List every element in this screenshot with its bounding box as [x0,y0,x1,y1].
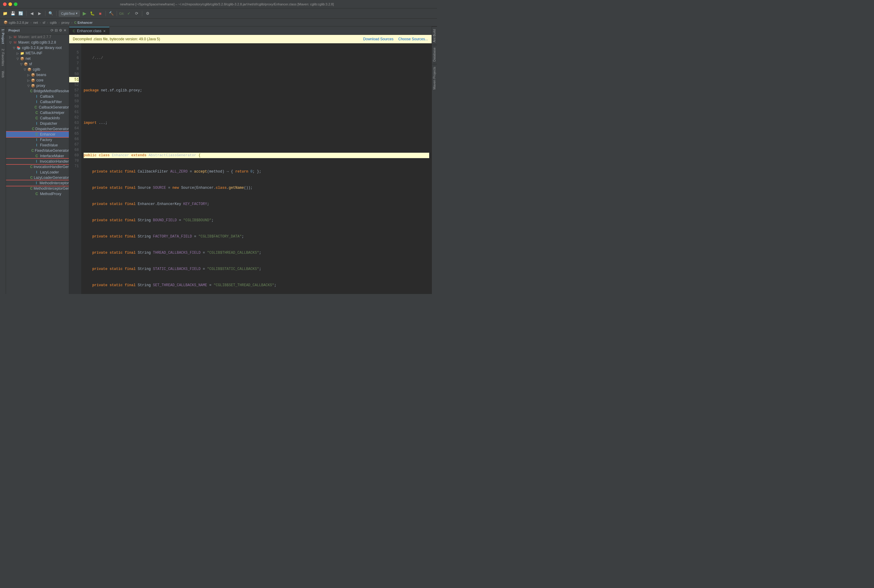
code-line: public class Enhancer extends AbstractCl… [84,153,429,158]
favorites-panel-tab[interactable]: 2: Favorites [1,46,5,68]
project-panel-tab[interactable]: 1: Project [1,27,5,46]
tree-item-ant[interactable]: ▷ M Maven: ant:ant:2.7.7 [6,34,69,40]
package-icon: 📦 [31,83,36,88]
close-button[interactable] [3,2,7,6]
tree-item-proxy[interactable]: ▽ 📦 proxy [6,83,69,88]
nav-jar[interactable]: 📦 cglib-3.2.8.jar [2,21,30,24]
code-line: import ...; [84,120,429,126]
tree-item-net[interactable]: ▽ 📦 net [6,56,69,62]
back-icon[interactable]: ◀ [29,10,35,17]
arrow-icon: ▷ [16,52,20,55]
nav-enhancer[interactable]: C Enhancer [73,21,94,24]
tree-item-callbackinfo[interactable]: C CallbackInfo [6,116,69,121]
window-title: newframe [~/SpringSpace/newframe] – ~/.m… [20,2,434,6]
tree-item-lazyloadergen[interactable]: C LazyLoaderGenerator [6,175,69,180]
collapse-all-icon[interactable]: ⊟ [55,28,58,33]
tree-item-fixedvaluegen[interactable]: C FixedValueGenerator [6,148,69,153]
tree-label: InterfaceMaker [40,154,64,158]
folder-icon[interactable]: 📁 [2,10,8,17]
separator6 [142,11,142,16]
ant-build-tab[interactable]: Ant Build [432,27,437,45]
maximize-button[interactable] [14,2,18,6]
download-sources-link[interactable]: Download Sources [363,37,394,41]
arrow-icon: ▷ [27,79,31,82]
tree-item-cglib[interactable]: ▽ 📦 cglib [6,67,69,72]
git-label: Git: [119,12,124,15]
choose-sources-link[interactable]: Choose Sources... [398,37,428,41]
tree-item-interfacemaker[interactable]: C InterfaceMaker [6,153,69,159]
build-icon[interactable]: 🔨 [108,10,114,17]
nav-net[interactable]: net [32,21,39,24]
tree-item-sf[interactable]: ▽ 📦 sf [6,62,69,67]
tree-item-callbackhelper[interactable]: C CallbackHelper [6,110,69,116]
separator5 [117,11,117,16]
tree-item-callback[interactable]: I Callback [6,94,69,99]
tree-item-methodproxy[interactable]: C MethodProxy [6,191,69,196]
class-icon: C [32,126,35,131]
tree-item-lazyloader[interactable]: I LazyLoader [6,170,69,175]
tree-label: cglib [33,68,40,72]
left-panel-tabs: 1: Project 2: Favorites Web Z: Structure [0,27,6,294]
tree-label: MethodProxy [40,192,62,196]
database-tab[interactable]: Database [432,45,437,64]
tree-item-invocationhandlergen[interactable]: C InvocationHandlerGenerator [6,164,69,170]
code-editor[interactable]: 5 6 7 8 50 51 52 57 58 59 60 61 62 63 64… [69,43,432,294]
tree-item-bridge[interactable]: C BridgeMethodResolver [6,88,69,94]
tree-item-beans[interactable]: ▷ 📦 beans [6,72,69,78]
run-button[interactable]: ▶ [81,10,88,17]
separator2 [45,11,45,16]
sync-icon[interactable]: 🔄 [18,10,24,17]
tree-label: META-INF [26,51,42,56]
tree-item-callbackfilter[interactable]: I CallbackFilter [6,99,69,105]
tree-item-dispatcher[interactable]: I Dispatcher [6,121,69,126]
tree-label: CallbackFilter [40,100,62,104]
tree-item-fixedvalue[interactable]: I FixedValue [6,142,69,148]
run-config-selector[interactable]: CglibTest ▾ [59,10,80,17]
tree-label: InvocationHandlerGenerator [34,165,69,169]
decompiled-message: Decompiled .class file, bytecode version… [73,37,160,41]
tab-enhancer[interactable]: C Enhancer.class ✕ [69,27,110,34]
tree-item-meta-inf[interactable]: ▷ 📁 META-INF [6,51,69,56]
code-line: package net.sf.cglib.proxy; [84,88,429,93]
tree-label: CallbackHelper [40,111,65,115]
tree-item-core[interactable]: ▷ 📦 core [6,78,69,83]
nav-cglib[interactable]: cglib [49,21,58,24]
code-content[interactable]: /.../ package net.sf.cglib.proxy; import… [81,43,432,294]
nav-sf[interactable]: sf [42,21,47,24]
tree-item-jar-root[interactable]: ▽ 📚 cglib-3.2.8.jar library root [6,45,69,51]
close-sidebar-icon[interactable]: ✕ [63,28,66,33]
tree-item-callbackgenerator[interactable]: C CallbackGenerator [6,105,69,110]
debug-button[interactable]: 🐛 [89,10,96,17]
tree-item-invocationhandler[interactable]: I InvocationHandler [6,159,69,164]
settings-tool-icon[interactable]: ⚙ [59,28,62,33]
tree-item-cglib-maven[interactable]: ▽ M Maven: cglib:cglib:3.2.8 [6,40,69,45]
sync-tool-icon[interactable]: ⟳ [51,28,54,33]
tree-item-methodinterceptor[interactable]: I MethodInterceptor [6,180,69,186]
web-panel-tab[interactable]: Web [1,69,5,80]
tab-bar: C Enhancer.class ✕ [69,27,432,35]
maven-projects-tab[interactable]: Maven Projects [432,64,437,92]
code-line [84,104,429,110]
class-icon: C [34,154,39,158]
git-update-icon[interactable]: ⟳ [133,10,140,17]
class-icon: C [30,186,33,191]
tree-item-factory[interactable]: I Factory [6,137,69,142]
class-icon: C [31,148,34,153]
nav-proxy[interactable]: proxy [60,21,71,24]
tree-item-enhancer[interactable]: C Enhancer [6,132,69,137]
tree-item-dispatchergenerator[interactable]: C DispatcherGenerator [6,126,69,132]
package-icon: 📦 [31,72,36,77]
save-icon[interactable]: 💾 [10,10,16,17]
minimize-button[interactable] [8,2,12,6]
settings-icon[interactable]: ⚙ [144,10,151,17]
window-controls[interactable] [3,2,18,6]
tree-item-methodinterceptorgen[interactable]: C MethodInterceptorGenerator [6,186,69,191]
search-icon[interactable]: 🔍 [48,10,54,17]
forward-icon[interactable]: ▶ [36,10,43,17]
close-tab-icon[interactable]: ✕ [103,30,105,33]
tree-label: InvocationHandler [40,159,69,164]
stop-button[interactable]: ■ [97,10,104,17]
git-check-icon[interactable]: ✓ [125,10,132,17]
sidebar-header: Project ⟳ ⊟ ⚙ ✕ [6,27,69,34]
arrow-icon: ▷ [27,74,31,76]
